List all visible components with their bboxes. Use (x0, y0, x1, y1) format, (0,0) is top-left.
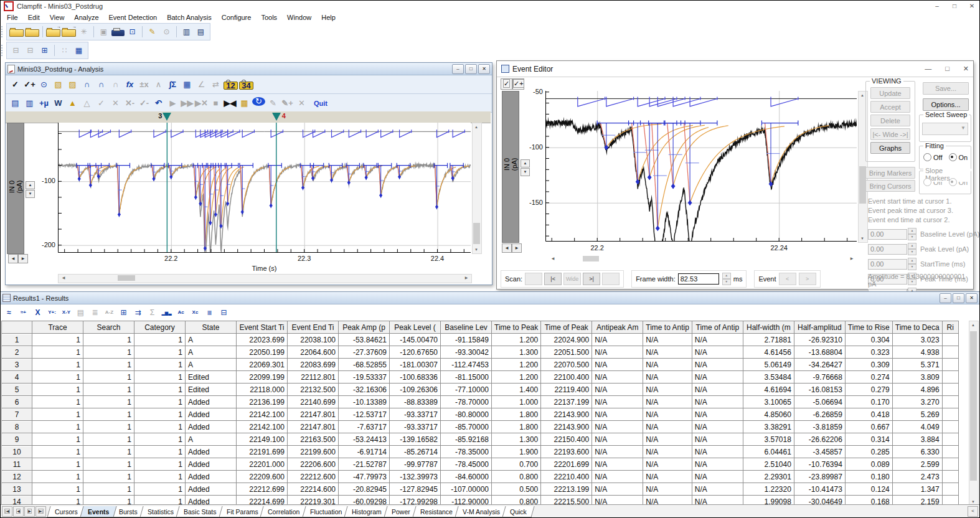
column-header[interactable]: Half-amplitud (794, 321, 845, 334)
pan-left-right[interactable]: ◀▶ (502, 243, 522, 253)
separator[interactable] (142, 26, 143, 37)
column-header[interactable]: Search (83, 321, 134, 334)
table-row[interactable]: 3111A22069.30122083.699-68.52855-181.003… (2, 359, 959, 371)
scan-button[interactable]: Wide (563, 273, 581, 285)
viewing-button[interactable]: Accept (870, 101, 910, 113)
next-window-icon[interactable]: ⊟ (24, 44, 37, 57)
histogram-view-icon[interactable]: ∩ (80, 78, 93, 91)
baseline-adjust-icon[interactable]: +µ (37, 97, 50, 110)
fitting-on-radio[interactable]: On (949, 153, 968, 161)
quit-button[interactable]: Quit (314, 100, 327, 107)
reject-icon[interactable]: ✕ (109, 97, 122, 110)
arithmetic-icon[interactable]: ±x (138, 78, 151, 91)
sheet-tab[interactable]: Correlation (260, 506, 308, 517)
undo-icon[interactable]: ↶ (152, 97, 165, 110)
cursor-flag[interactable] (272, 113, 281, 121)
column-header[interactable]: Time to Deca (892, 321, 942, 334)
menu-item[interactable]: Help (316, 13, 341, 22)
column-header[interactable]: Time of Peak (541, 321, 592, 334)
analysis-titlebar[interactable]: Minis03_Postdrug - Analysis – □ ✕ (6, 63, 492, 75)
sheet-tab[interactable]: Fluctuation (302, 506, 350, 517)
minimize-button[interactable]: – (452, 64, 464, 74)
sheet-tab[interactable]: Cursors (47, 506, 85, 517)
unaccept-icon[interactable]: ✓- (138, 97, 151, 110)
lock-12-icon[interactable]: 12 (224, 82, 238, 90)
show-traces-icon[interactable]: ⇉ (131, 306, 144, 319)
sheet-tab[interactable]: Statistics (139, 506, 181, 517)
column-header[interactable]: Half-width (m (743, 321, 794, 334)
multi-trace-icon[interactable]: W (52, 97, 65, 110)
tab-scroll-left[interactable]: < (968, 506, 978, 517)
open-recent-icon[interactable] (62, 29, 76, 37)
close-button[interactable]: ✕ (966, 293, 978, 303)
tile-vertical-icon[interactable]: ▥ (180, 26, 193, 38)
accept-icon[interactable]: ✓ (95, 97, 108, 110)
separator[interactable] (42, 26, 43, 37)
frame-width-spinner[interactable]: ▲▼ (722, 273, 731, 285)
viewing-button[interactable]: Update (870, 87, 910, 99)
open-file-icon[interactable] (25, 29, 39, 37)
column-header[interactable]: Ri (942, 321, 958, 334)
table-row[interactable]: 6111Added22136.19922140.699-10.13389-88.… (2, 396, 959, 408)
modify-sheet-icon[interactable]: ▦ (72, 44, 85, 57)
cursor-strip[interactable]: 34 (6, 111, 491, 123)
minimize-button[interactable]: — (925, 65, 931, 73)
event-viewer-icon[interactable]: ▤ (9, 97, 22, 110)
import-file-icon[interactable] (46, 29, 60, 37)
column-header[interactable]: Category (134, 321, 186, 334)
field-spinner[interactable]: ▲▼ (908, 243, 916, 255)
prev-event-button[interactable]: < (779, 273, 796, 285)
sheet-tab[interactable]: V-M Analysis (455, 506, 507, 517)
export-sheet-icon[interactable]: ⊟ (217, 306, 230, 319)
table-row[interactable]: 11111Added22201.00022206.600-21.52787-99… (2, 458, 959, 471)
viewing-button[interactable]: |<- Wide ->| (870, 128, 910, 140)
pan-left-right[interactable]: ◀▶ (8, 254, 28, 263)
edit-event-icon[interactable]: ✎ (266, 97, 280, 110)
sheet-icon[interactable]: ▦ (181, 78, 194, 91)
stats-view-icon[interactable]: ∩ (109, 78, 122, 91)
menu-item[interactable]: Configure (217, 13, 257, 22)
notebook-icon[interactable]: ▤ (74, 306, 87, 319)
table-row[interactable]: 10111Added22191.69922199.600-6.91714-85.… (2, 446, 959, 458)
menu-item[interactable]: Window (282, 13, 316, 22)
gaussian-fit-icon[interactable]: ∩ (95, 78, 108, 91)
delete-column-icon[interactable]: X (31, 306, 44, 319)
accept-check-icon[interactable]: ✓ (501, 78, 512, 90)
event-editor-titlebar[interactable]: Event Editor — □ ✕ (497, 61, 973, 77)
sort-icon[interactable]: A-Z (103, 306, 116, 319)
column-header[interactable]: Time of Antip (692, 321, 743, 334)
analysis-vscroll[interactable]: ▲▼ (472, 123, 482, 254)
maximize-button[interactable]: □ (945, 65, 949, 73)
column-header[interactable]: Event End Ti (288, 321, 339, 334)
sheet-tab[interactable]: Basic Stats (176, 506, 224, 517)
fitting-off-radio[interactable]: Off (923, 153, 942, 161)
column-header[interactable]: Baseline Lev (441, 321, 492, 334)
results-titlebar[interactable]: Results1 - Results – □ ✕ (1, 292, 979, 304)
event-editor-hscroll[interactable]: ◀ ▶ (545, 255, 857, 263)
fit-line-icon[interactable]: ∠ (195, 78, 208, 91)
options-button[interactable]: Options... (923, 98, 969, 111)
table-row[interactable]: 7111Added22142.10022147.801-12.53717-93.… (2, 408, 959, 421)
menu-item[interactable]: Batch Analysis (162, 13, 217, 22)
separator[interactable] (93, 26, 94, 37)
histogram-icon[interactable]: ▂▆▃ (160, 306, 173, 319)
tab-nav-button[interactable]: ◀ (13, 506, 24, 517)
column-header[interactable]: Time to Antip (643, 321, 692, 334)
sheet-tab[interactable]: Fit Params (219, 506, 266, 517)
sum-icon[interactable]: ∫Σ (166, 78, 179, 91)
calculator-icon[interactable]: ▦ (238, 97, 251, 110)
scan-button[interactable]: >| (583, 273, 600, 285)
search-icon[interactable]: ⊙ (160, 26, 173, 38)
menu-item[interactable]: View (45, 13, 70, 22)
open-data-icon[interactable] (9, 29, 24, 37)
analysis-hscroll[interactable]: ◀▶ (58, 274, 472, 283)
sweep-select[interactable]: ▼ (922, 123, 968, 135)
tab-nav-button[interactable]: ▶| (35, 506, 46, 517)
scan-button[interactable]: |< (544, 273, 562, 285)
viewing-button[interactable]: Delete (870, 115, 910, 126)
channel-gutter[interactable]: IN 0(pA) (7, 123, 24, 254)
play-icon[interactable]: ▶ (166, 97, 179, 110)
column-header[interactable]: Antipeak Am (592, 321, 643, 334)
column-header[interactable]: Peak Amp (p (339, 321, 390, 334)
prev-window-icon[interactable]: ⊟ (9, 44, 22, 57)
